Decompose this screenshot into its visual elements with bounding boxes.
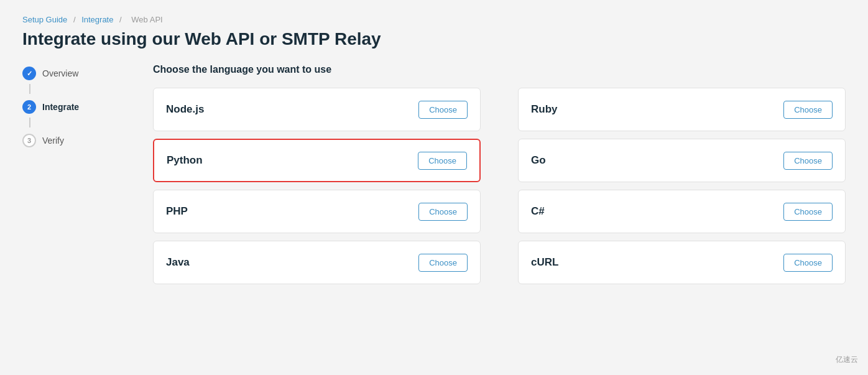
sidebar-item-integrate[interactable]: 2 Integrate [22,100,128,114]
breadcrumb-setup-guide[interactable]: Setup Guide [22,15,67,24]
connector-1 [29,84,30,94]
sidebar-label-integrate: Integrate [42,102,79,112]
content-area: Choose the language you want to use Node… [128,64,846,284]
sidebar-label-overview: Overview [42,68,78,78]
choose-button-java[interactable]: Choose [418,254,468,272]
sidebar-label-verify: Verify [42,136,64,146]
lang-name-java: Java [166,256,190,269]
lang-card-java: Java Choose [153,241,481,284]
lang-card-php: PHP Choose [153,190,481,233]
watermark: 亿速云 [836,354,858,365]
page-title: Integrate using our Web API or SMTP Rela… [0,29,868,64]
lang-card-csharp: C# Choose [518,190,846,233]
choose-button-go[interactable]: Choose [783,152,833,170]
integrate-icon: 2 [22,100,36,114]
lang-name-csharp: C# [531,205,545,218]
breadcrumb-current: Web API [131,15,162,24]
overview-icon: ✓ [22,67,36,80]
choose-button-ruby[interactable]: Choose [783,101,833,119]
choose-button-php[interactable]: Choose [418,203,468,221]
lang-name-ruby: Ruby [531,103,558,116]
choose-button-csharp[interactable]: Choose [783,203,833,221]
lang-card-curl: cURL Choose [518,241,846,284]
sidebar-item-verify[interactable]: 3 Verify [22,134,128,147]
choose-button-nodejs[interactable]: Choose [418,101,468,119]
languages-grid: Node.js Choose Ruby Choose Python Choose… [153,88,846,284]
lang-card-ruby: Ruby Choose [518,88,846,131]
lang-card-python: Python Choose [153,139,481,182]
lang-name-php: PHP [166,205,188,218]
sidebar-item-overview[interactable]: ✓ Overview [22,67,128,80]
breadcrumb: Setup Guide / Integrate / Web API [0,0,868,29]
lang-name-nodejs: Node.js [166,103,204,116]
sidebar: ✓ Overview 2 Integrate 3 Verify [22,64,128,284]
choose-button-curl[interactable]: Choose [783,254,833,272]
lang-card-go: Go Choose [518,139,846,182]
lang-card-nodejs: Node.js Choose [153,88,481,131]
breadcrumb-sep-2: / [119,15,124,24]
lang-name-python: Python [167,154,203,167]
breadcrumb-sep-1: / [73,15,78,24]
lang-name-curl: cURL [531,256,558,269]
breadcrumb-integrate[interactable]: Integrate [81,15,113,24]
verify-icon: 3 [22,134,36,147]
connector-2 [29,118,30,127]
choose-button-python[interactable]: Choose [418,152,467,170]
section-title: Choose the language you want to use [153,64,846,75]
lang-name-go: Go [531,154,546,167]
